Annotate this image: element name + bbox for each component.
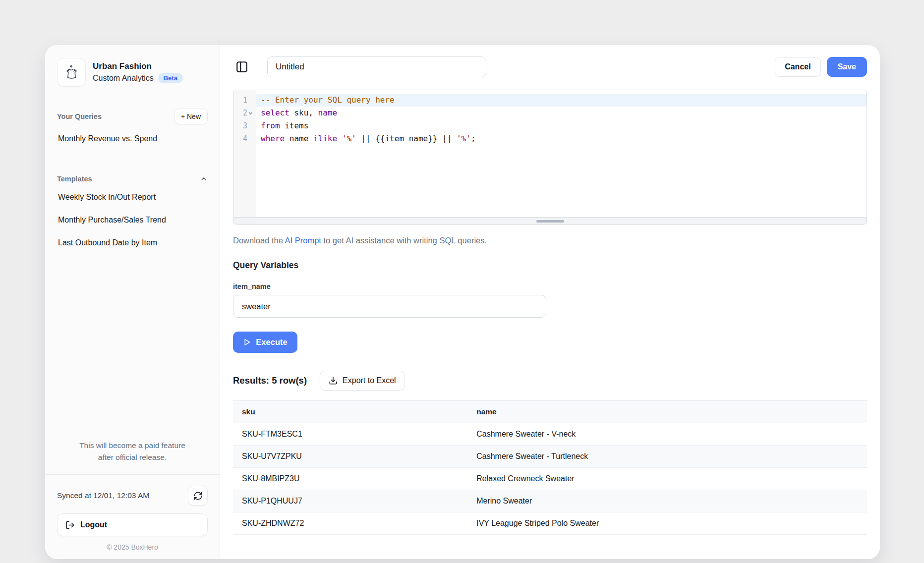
query-title-input[interactable]: [267, 56, 486, 77]
topbar-separator: [257, 60, 257, 74]
cancel-button[interactable]: Cancel: [775, 57, 820, 77]
variable-value-input[interactable]: [233, 295, 546, 318]
name-cell: Merino Sweater: [467, 490, 867, 512]
name-cell: Relaxed Crewneck Sweater: [467, 468, 867, 490]
sidebar: Urban Fashion Custom Analytics Beta Your…: [45, 45, 220, 559]
results-summary: Results: 5 row(s): [233, 375, 307, 386]
beta-badge: Beta: [158, 73, 183, 83]
variable-name-label: item_name: [233, 282, 867, 290]
code-line[interactable]: from items: [256, 119, 866, 132]
app-card: Urban Fashion Custom Analytics Beta Your…: [45, 45, 880, 559]
brand-logo: [57, 58, 86, 87]
shirt-logo-icon: [63, 64, 80, 81]
chevron-up-icon[interactable]: [200, 175, 208, 183]
table-row: SKU-ZHDNWZ72IVY Leaguge Striped Polo Swe…: [233, 512, 867, 535]
paid-feature-note: This will become a paid feature after of…: [57, 440, 208, 463]
code-line[interactable]: -- Enter your SQL query here: [256, 94, 866, 107]
column-header-name: name: [467, 401, 867, 423]
line-number: 4: [233, 132, 256, 145]
product-name: Custom Analytics: [93, 74, 154, 83]
play-icon: [243, 338, 251, 346]
table-row: SKU-8MBIPZ3URelaxed Crewneck Sweater: [233, 468, 867, 490]
sku-cell: SKU-P1QHUUJ7: [233, 490, 467, 512]
topbar: Cancel Save: [233, 56, 867, 78]
editor-resize-handle[interactable]: [233, 218, 867, 225]
templates-label: Templates: [57, 175, 92, 183]
logout-button[interactable]: Logout: [57, 513, 208, 536]
main-panel: Cancel Save 1234 -- Enter your SQL query…: [220, 45, 880, 559]
line-number: 1: [233, 94, 256, 107]
ai-note: Download the AI Prompt to get AI assista…: [233, 236, 867, 245]
sku-cell: SKU-FTM3ESC1: [233, 423, 467, 446]
sidebar-divider: [45, 474, 220, 475]
ai-prompt-link[interactable]: AI Prompt: [285, 236, 321, 245]
code-line[interactable]: select sku, name: [256, 107, 866, 119]
table-row: SKU-P1QHUUJ7Merino Sweater: [233, 490, 867, 512]
panel-left-icon: [235, 60, 248, 73]
name-cell: IVY Leaguge Striped Polo Sweater: [467, 512, 867, 535]
your-queries-label: Your Queries: [57, 113, 102, 120]
results-table: skuname SKU-FTM3ESC1Cashmere Sweater - V…: [233, 400, 867, 535]
download-icon: [329, 376, 338, 385]
brand-row: Urban Fashion Custom Analytics Beta: [57, 58, 208, 87]
synced-status: Synced at 12/01, 12:03 AM: [57, 491, 149, 500]
sidebar-query-item[interactable]: Monthly Revenue vs. Spend: [57, 127, 208, 150]
sku-cell: SKU-U7V7ZPKU: [233, 446, 467, 468]
table-row: SKU-U7V7ZPKUCashmere Sweater - Turtlenec…: [233, 446, 867, 468]
sidebar-template-item[interactable]: Monthly Purchase/Sales Trend: [57, 209, 208, 231]
sql-editor[interactable]: 1234 -- Enter your SQL query hereselect …: [233, 90, 867, 225]
fold-chevron-icon[interactable]: [247, 111, 254, 116]
sidebar-toggle-button[interactable]: [233, 58, 251, 76]
queries-list: Monthly Revenue vs. Spend: [57, 127, 208, 150]
brand-text: Urban Fashion Custom Analytics Beta: [93, 61, 183, 83]
column-header-sku: sku: [233, 401, 467, 423]
name-cell: Cashmere Sweater - V-neck: [467, 423, 867, 446]
line-number: 3: [233, 119, 256, 132]
sku-cell: SKU-ZHDNWZ72: [233, 512, 467, 535]
name-cell: Cashmere Sweater - Turtleneck: [467, 446, 867, 468]
line-number: 2: [233, 107, 256, 119]
resize-grip-icon: [536, 220, 564, 223]
query-variables-heading: Query Variables: [233, 260, 867, 271]
table-row: SKU-FTM3ESC1Cashmere Sweater - V-neck: [233, 423, 867, 446]
editor-code[interactable]: -- Enter your SQL query hereselect sku, …: [256, 90, 866, 217]
brand-name: Urban Fashion: [93, 61, 183, 71]
refresh-button[interactable]: [188, 486, 208, 506]
refresh-icon: [193, 491, 203, 501]
copyright: © 2025 BoxHero: [57, 543, 208, 551]
sidebar-template-item[interactable]: Weekly Stock In/Out Report: [57, 186, 208, 209]
code-line[interactable]: where name ilike '%' || {{item_name}} ||…: [256, 132, 866, 145]
templates-list: Weekly Stock In/Out ReportMonthly Purcha…: [57, 186, 208, 254]
logout-icon: [65, 520, 75, 530]
execute-button[interactable]: Execute: [233, 332, 297, 353]
export-to-excel-button[interactable]: Export to Excel: [320, 371, 405, 391]
sku-cell: SKU-8MBIPZ3U: [233, 468, 467, 490]
save-button[interactable]: Save: [827, 57, 867, 77]
sidebar-template-item[interactable]: Last Outbound Date by Item: [57, 231, 208, 254]
new-query-button[interactable]: + New: [174, 109, 208, 124]
editor-gutter: 1234: [233, 90, 256, 217]
